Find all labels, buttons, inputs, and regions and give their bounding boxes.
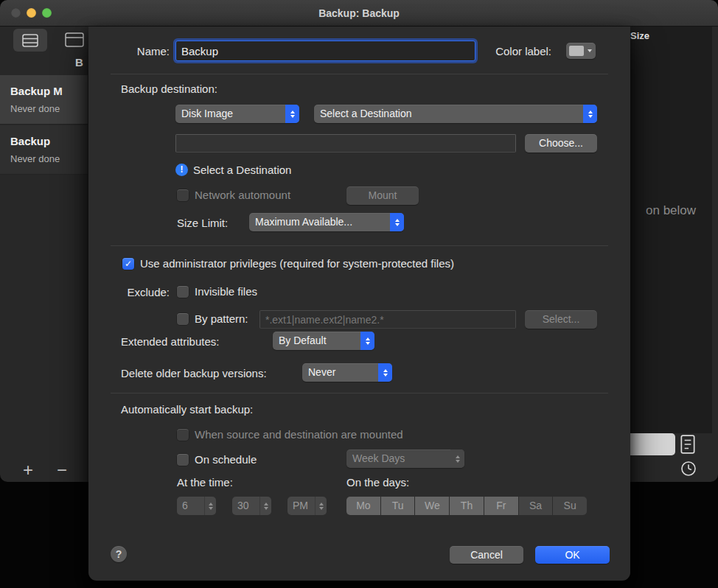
extended-attributes-select[interactable]: By Default	[273, 332, 374, 350]
toolbar-list-view-button[interactable]	[13, 29, 47, 52]
list-view-icon	[22, 34, 38, 47]
schedule-section-label: Automatically start backup:	[121, 403, 253, 416]
color-label-select[interactable]	[566, 43, 596, 59]
choose-button[interactable]: Choose...	[525, 134, 597, 153]
days-segmented-control: MoTuWeThFrSaSu	[346, 497, 587, 515]
help-button[interactable]: ?	[111, 546, 127, 562]
day-fr-segment[interactable]: Fr	[484, 497, 518, 515]
popup-arrows-icon	[285, 105, 299, 123]
name-input[interactable]	[175, 41, 475, 61]
color-label: Color label:	[485, 45, 551, 57]
backup-set-name: Backup	[10, 135, 50, 147]
separator	[111, 393, 608, 393]
day-mo-segment[interactable]: Mo	[346, 497, 380, 515]
warning-icon: !	[175, 164, 188, 176]
sidebar-item-backup[interactable]: Backup Never done	[0, 125, 88, 175]
select-pattern-button[interactable]: Select...	[525, 310, 597, 329]
on-schedule-label: On schedule	[195, 454, 257, 466]
toolbar-column-view-button[interactable]	[65, 32, 84, 50]
ok-button[interactable]: OK	[535, 546, 610, 564]
history-button[interactable]	[680, 460, 697, 480]
column-view-icon	[65, 32, 84, 47]
destination-section-label: Backup destination:	[121, 83, 217, 95]
at-time-label: At the time:	[177, 476, 233, 489]
popup-arrows-icon	[450, 449, 464, 468]
pattern-input[interactable]	[259, 310, 516, 329]
mount-button[interactable]: Mount	[346, 186, 419, 205]
delete-older-label: Delete older backup versions:	[121, 367, 267, 379]
backup-set-status: Never done	[10, 103, 60, 114]
day-we-segment[interactable]: We	[415, 497, 449, 515]
ampm-stepper[interactable]: PM	[287, 497, 327, 515]
use-admin-checkbox[interactable]	[122, 258, 134, 270]
backup-set-status: Never done	[10, 153, 60, 164]
destination-target-select[interactable]: Select a Destination	[314, 105, 597, 123]
invisible-files-label: Invisible files	[195, 286, 257, 298]
add-backup-set-button[interactable]: +	[19, 460, 37, 480]
on-days-label: On the days:	[346, 476, 409, 489]
popup-arrows-icon	[378, 363, 392, 382]
color-swatch	[569, 46, 584, 56]
day-su-segment[interactable]: Su	[553, 497, 587, 515]
hour-stepper[interactable]: 6	[177, 497, 216, 515]
stepper-arrows-icon	[204, 497, 216, 515]
schedule-type-select[interactable]: Week Days	[346, 449, 464, 468]
remove-backup-set-button[interactable]: −	[53, 460, 71, 480]
empty-state-hint-partial: on below	[646, 203, 696, 218]
backup-set-name: Backup M	[10, 85, 63, 97]
destination-path-input[interactable]	[175, 134, 516, 153]
clock-icon	[680, 460, 697, 477]
popup-arrows-icon	[360, 332, 374, 350]
day-tu-segment[interactable]: Tu	[381, 497, 415, 515]
exclude-label: Exclude:	[111, 286, 170, 298]
backup-settings-dialog: Name: Color label: Backup destination: D…	[88, 27, 630, 581]
screen: Backup: Backup B Size Backup M Never don…	[0, 0, 718, 588]
destination-type-select[interactable]: Disk Image	[175, 105, 299, 123]
log-button[interactable]	[680, 435, 696, 457]
on-schedule-checkbox[interactable]	[177, 454, 189, 466]
network-automount-label: Network automount	[195, 189, 290, 201]
stepper-arrows-icon	[259, 497, 271, 515]
by-pattern-checkbox[interactable]	[177, 313, 189, 325]
invisible-files-checkbox[interactable]	[177, 286, 189, 298]
sidebar-item-backup-m[interactable]: Backup M Never done	[0, 75, 88, 125]
cancel-button[interactable]: Cancel	[450, 546, 523, 564]
size-column-header: Size	[630, 30, 649, 41]
chevron-down-icon	[588, 49, 592, 52]
size-limit-label: Size Limit:	[177, 217, 228, 229]
network-automount-checkbox[interactable]	[177, 189, 189, 201]
warning-text: Select a Destination	[193, 164, 291, 176]
separator	[111, 74, 608, 74]
when-mounted-label: When source and destination are mounted	[195, 429, 403, 441]
separator	[111, 245, 608, 246]
name-label: Name:	[111, 45, 170, 57]
stepper-arrows-icon	[315, 497, 327, 515]
minute-stepper[interactable]: 30	[232, 497, 271, 515]
size-limit-select[interactable]: Maximum Available...	[249, 213, 404, 231]
use-admin-label: Use administrator privileges (required f…	[140, 258, 454, 270]
by-pattern-label: By pattern:	[195, 313, 248, 325]
document-icon	[680, 435, 696, 454]
day-th-segment[interactable]: Th	[450, 497, 484, 515]
when-mounted-checkbox[interactable]	[177, 429, 189, 441]
day-sa-segment[interactable]: Sa	[519, 497, 553, 515]
titlebar: Backup: Backup	[0, 0, 718, 27]
window-title: Backup: Backup	[0, 0, 718, 27]
left-column-header: B	[75, 56, 83, 69]
extended-attributes-label: Extended attributes:	[121, 335, 219, 348]
delete-older-select[interactable]: Never	[302, 363, 392, 382]
popup-arrows-icon	[390, 213, 404, 231]
popup-arrows-icon	[583, 105, 597, 123]
